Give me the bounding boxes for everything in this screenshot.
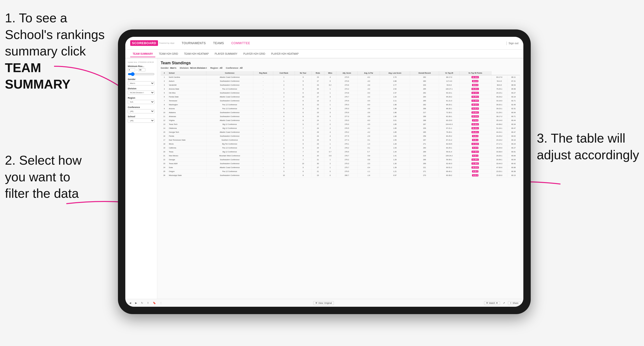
nav-tournaments[interactable]: TOURNAMENTS <box>182 41 206 45</box>
table-cell: -4.0 <box>358 79 380 83</box>
min-rounds-max-input[interactable] <box>138 68 146 71</box>
table-cell: 29-25-1 <box>492 154 508 158</box>
region-filter-value: All <box>220 67 222 69</box>
table-cell: Mississippi State <box>168 173 206 177</box>
table-cell: - <box>253 146 273 150</box>
table-cell: 35-14-0 <box>492 119 508 123</box>
toolbar-resize[interactable]: ⇗ <box>502 301 506 305</box>
subnav-team-h2h-grid[interactable]: TEAM H2H GRID <box>156 51 180 57</box>
table-cell: 27 <box>312 95 324 99</box>
share-button[interactable]: ⇧ Share <box>508 301 520 305</box>
table-cell: - <box>253 134 273 138</box>
table-cell: 277.4 <box>336 138 358 142</box>
table-cell: 87-21-2 <box>439 138 459 142</box>
subnav-player-summary[interactable]: PLAYER SUMMARY <box>212 51 240 57</box>
filters-panel: Update time: 27/03/2024 16:56:26 Minimum… <box>125 58 157 299</box>
table-cell: 5 <box>273 170 294 173</box>
table-cell: 8 <box>294 119 312 123</box>
division-select[interactable]: NCAA Division I <box>128 91 154 95</box>
table-cell: 3 <box>273 150 294 154</box>
table-cell: 31-29-1 <box>492 111 508 115</box>
table-cell: New Mexico <box>168 154 206 158</box>
view-original-label: View: Original <box>318 302 332 304</box>
table-cell: 9 <box>294 142 312 146</box>
toolbar-menu[interactable]: ⋮ <box>159 301 163 305</box>
table-cell: 273.6 <box>336 83 358 87</box>
table-cell: 1 <box>273 87 294 91</box>
table-cell: 59-41-4 <box>439 150 459 154</box>
table-cell: Southeastern Conference <box>206 83 253 87</box>
main-content: Update time: 27/03/2024 16:56:26 Minimum… <box>125 58 523 299</box>
table-cell: Atlantic Coast Conference <box>206 95 253 99</box>
table-cell: 95-29-2 <box>439 95 459 99</box>
table-cell: -4.4 <box>358 95 380 99</box>
table-cell: 1 <box>324 166 336 170</box>
view-original-button[interactable]: 👁 View: Original <box>313 301 334 305</box>
table-row: 6Florida StateAtlantic Coast Conference-… <box>161 95 520 99</box>
table-cell: - <box>253 95 273 99</box>
table-cell: 23 <box>312 115 324 119</box>
toolbar-back[interactable]: ◀ <box>128 301 132 305</box>
table-cell: 2 <box>273 95 294 99</box>
table-cell: -6.2 <box>358 75 380 79</box>
table-cell: 273.6 <box>336 79 358 83</box>
table-cell: 20 <box>161 150 168 154</box>
table-cell: 9 <box>294 79 312 83</box>
col-overall: Overall Record <box>410 71 439 75</box>
region-select[interactable]: N/A <box>128 100 154 104</box>
table-cell: Big Ten Conference <box>206 142 253 146</box>
table-cell: 29-15-1 <box>492 91 508 95</box>
table-cell: 2 <box>161 79 168 83</box>
table-cell: -5.1 <box>358 138 380 142</box>
subnav-team-h2h-heatmap[interactable]: TEAM H2H HEATMAP <box>182 51 211 57</box>
bottom-toolbar: ◀ ▶ ↻ ⇧ 🔖 ⋮ 👁 View: Original 👁 Watch ▼ ⇗… <box>125 299 523 307</box>
toolbar-bookmark[interactable]: 🔖 <box>152 301 157 305</box>
min-rounds-slider[interactable] <box>128 72 154 76</box>
table-cell: 3 <box>324 115 336 119</box>
table-cell: 117-4-0 <box>439 79 459 83</box>
table-cell: 46-29-2 <box>492 95 508 99</box>
table-cell: 83-25-1 <box>439 146 459 150</box>
gender-select[interactable]: Men's <box>128 81 154 85</box>
table-cell: 33-44-3 <box>492 162 508 166</box>
table-cell: 15-32-2 <box>459 123 492 126</box>
table-cell: 276.2 <box>336 130 358 134</box>
table-cell: - <box>253 111 273 115</box>
nav-teams[interactable]: TEAMS <box>213 41 224 45</box>
gender-filter-value: Men's <box>170 67 176 69</box>
nav-committee[interactable]: COMMITTEE <box>231 41 250 45</box>
view-icon: 👁 <box>315 302 318 304</box>
table-cell: 267 <box>410 138 439 142</box>
table-cell: 275.7 <box>336 95 358 99</box>
table-row: 22GeorgiaSoutheastern Conference-8721127… <box>161 158 520 162</box>
min-rounds-min-input[interactable] <box>128 68 135 71</box>
conference-select[interactable]: (All) <box>128 109 154 113</box>
table-cell: 6 <box>324 79 336 83</box>
table-cell: - <box>253 79 273 83</box>
toolbar-reload[interactable]: ↻ <box>140 301 144 305</box>
table-cell: 266 <box>410 158 439 162</box>
table-cell: 80.88 <box>507 166 520 170</box>
table-cell: 2 <box>324 162 336 166</box>
table-cell: 38-6-0 <box>492 83 508 87</box>
table-cell: Arizona State <box>168 87 206 91</box>
table-cell: 264 <box>410 95 439 99</box>
table-cell: 1 <box>273 123 294 126</box>
table-cell: 24 <box>161 166 168 170</box>
sign-out-button[interactable]: Sign out <box>508 42 518 45</box>
table-cell: 26 <box>312 87 324 91</box>
toolbar-forward[interactable]: ▶ <box>134 301 138 305</box>
table-cell: 80.44 <box>507 119 520 123</box>
subnav-player-h2h-heatmap[interactable]: PLAYER H2H HEATMAP <box>268 51 301 57</box>
subnav-team-summary[interactable]: TEAM SUMMARY <box>130 51 155 57</box>
subnav-player-h2h-grid[interactable]: PLAYER H2H GRID <box>241 51 268 57</box>
table-cell: 288 <box>410 119 439 123</box>
table-cell: 1 <box>273 138 294 142</box>
school-select[interactable]: (All) <box>128 119 154 123</box>
table-row: 26Mississippi StateSoutheastern Conferen… <box>161 173 520 177</box>
table-cell: 265 <box>410 87 439 91</box>
watch-button[interactable]: 👁 Watch ▼ <box>484 301 500 305</box>
toolbar-share-small[interactable]: ⇧ <box>146 301 150 305</box>
table-cell: 83.19 <box>507 95 520 99</box>
table-cell: 82.31 <box>507 107 520 111</box>
